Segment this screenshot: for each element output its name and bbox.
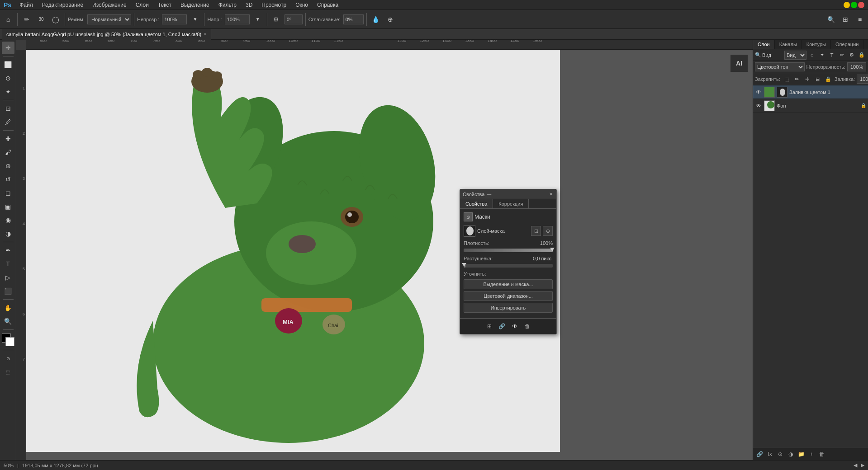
background-color[interactable]: [5, 337, 14, 346]
tab-actions[interactable]: Операции: [831, 40, 863, 49]
menu-filter[interactable]: Фильтр: [215, 1, 240, 9]
crop-tool[interactable]: ⊡: [2, 102, 14, 115]
layer-visibility-bg[interactable]: 👁: [755, 102, 762, 109]
opacity-input[interactable]: [162, 14, 187, 24]
props-link-button[interactable]: 🔗: [497, 321, 507, 331]
layer-tool-4[interactable]: ⚙: [847, 51, 856, 60]
add-mask-button[interactable]: ⊙: [776, 450, 785, 459]
mode-select[interactable]: Нормальный: [87, 14, 131, 24]
menu-layers[interactable]: Слои: [132, 1, 152, 9]
blur-tool[interactable]: ◉: [2, 214, 14, 226]
tab-history[interactable]: История: [863, 40, 868, 49]
airbrush-button[interactable]: 💧: [370, 13, 382, 26]
blend-input[interactable]: [343, 14, 364, 24]
menu-text[interactable]: Текст: [154, 1, 175, 9]
menu-edit[interactable]: Редактирование: [38, 1, 87, 9]
screen-mode-button[interactable]: ⬚: [2, 366, 14, 378]
quick-mask-toggle[interactable]: ⊙: [2, 352, 14, 365]
tab-layers[interactable]: Слои: [753, 40, 775, 49]
menu-help[interactable]: Справка: [313, 1, 342, 9]
menu-select[interactable]: Выделение: [177, 1, 213, 9]
shape-tool[interactable]: ⬛: [2, 285, 14, 297]
clone-stamp-tool[interactable]: ⊕: [2, 160, 14, 172]
pen-tool[interactable]: ✒: [2, 244, 14, 257]
layer-item-background[interactable]: 👁 Фон 🔒: [753, 99, 868, 113]
history-brush-tool[interactable]: ↺: [2, 173, 14, 186]
brush-tool[interactable]: 🖌: [2, 146, 14, 159]
workspace-button[interactable]: ≡: [854, 13, 866, 26]
settings-button[interactable]: ⚙: [270, 13, 283, 26]
menu-window[interactable]: Окно: [292, 1, 312, 9]
feather-slider[interactable]: [464, 264, 553, 268]
opacity-options-button[interactable]: ▼: [189, 13, 201, 26]
menu-3d[interactable]: 3D: [242, 1, 256, 9]
tab-properties[interactable]: Свойства: [460, 199, 493, 208]
gradient-tool[interactable]: ▣: [2, 200, 14, 213]
properties-collapse-button[interactable]: —: [486, 192, 492, 197]
mask-option-2-button[interactable]: ⊕: [543, 226, 553, 236]
layer-tool-3[interactable]: ✏: [837, 51, 846, 60]
eyedropper-tool[interactable]: 🖊: [2, 116, 14, 128]
healing-tool[interactable]: ✚: [2, 132, 14, 145]
new-fill-layer-button[interactable]: ◑: [786, 450, 795, 459]
mask-option-1-button[interactable]: ⊡: [531, 226, 541, 236]
props-eye-button[interactable]: 👁: [510, 321, 520, 331]
layer-item-fill[interactable]: 👁 Заливка цветом 1: [753, 85, 868, 99]
menu-image[interactable]: Изображение: [89, 1, 130, 9]
lock-artboard-button[interactable]: ⊟: [813, 75, 822, 84]
hand-tool[interactable]: ✋: [2, 301, 14, 314]
brush-size-button[interactable]: 30: [35, 13, 47, 26]
layer-tool-5[interactable]: 🔒: [857, 51, 866, 60]
pressure-button[interactable]: ⊕: [384, 13, 397, 26]
menu-file[interactable]: Файл: [16, 1, 37, 9]
maximize-button[interactable]: [851, 2, 857, 8]
dodge-tool[interactable]: ◑: [2, 227, 14, 240]
document-tab[interactable]: camylla-battani-AoqgGAqrLpU-unsplash.jpg…: [2, 29, 211, 40]
arrange-button[interactable]: ⊞: [839, 13, 852, 26]
home-button[interactable]: ⌂: [2, 13, 14, 26]
rectangle-select-tool[interactable]: ⬜: [2, 58, 14, 71]
brush-tool-button[interactable]: ✏: [20, 13, 33, 26]
layer-visibility-fill[interactable]: 👁: [755, 89, 762, 96]
search-filter-select[interactable]: Вид: [784, 51, 806, 60]
add-fx-button[interactable]: fx: [765, 450, 774, 459]
tab-close-button[interactable]: ×: [204, 32, 206, 37]
brush-hardness-button[interactable]: ◯: [49, 13, 62, 26]
lock-position-button[interactable]: ✛: [803, 75, 812, 84]
blending-mode-select[interactable]: Цветовой тон: [755, 62, 805, 71]
lock-all-button[interactable]: 🔒: [824, 75, 833, 84]
layer-filter-toggle[interactable]: ○: [807, 51, 816, 60]
new-layer-button[interactable]: +: [807, 450, 816, 459]
text-tool[interactable]: T: [2, 258, 14, 270]
size-input[interactable]: [225, 14, 250, 24]
menu-view[interactable]: Просмотр: [258, 1, 290, 9]
feather-slider-thumb[interactable]: [462, 263, 466, 267]
invert-button[interactable]: Инвертировать: [464, 303, 553, 313]
angle-input[interactable]: [285, 14, 303, 24]
layer-opacity-input[interactable]: [847, 62, 866, 71]
tab-paths[interactable]: Контуры: [802, 40, 831, 49]
move-tool[interactable]: ✛: [2, 42, 14, 54]
lasso-tool[interactable]: ⊙: [2, 72, 14, 85]
lock-image-button[interactable]: ✏: [792, 75, 802, 84]
tab-channels[interactable]: Каналы: [775, 40, 802, 49]
add-link-button[interactable]: 🔗: [755, 450, 764, 459]
zoom-tool[interactable]: 🔍: [2, 315, 14, 328]
search-button[interactable]: 🔍: [825, 13, 837, 26]
eraser-tool[interactable]: ◻: [2, 187, 14, 199]
props-delete-button[interactable]: 🗑: [522, 321, 532, 331]
path-select-tool[interactable]: ▷: [2, 271, 14, 284]
layer-tool-2[interactable]: T: [827, 51, 836, 60]
nav-arrow-right[interactable]: ▶: [861, 462, 864, 468]
minimize-button[interactable]: [844, 2, 850, 8]
color-range-button[interactable]: Цветовой диапазон...: [464, 291, 553, 301]
props-grid-button[interactable]: ⊞: [484, 321, 494, 331]
close-button[interactable]: [858, 2, 864, 8]
nav-arrow-left[interactable]: ◀: [854, 462, 857, 468]
delete-layer-button[interactable]: 🗑: [817, 450, 826, 459]
layer-tool-1[interactable]: ✦: [817, 51, 826, 60]
tab-correction[interactable]: Коррекция: [493, 199, 529, 208]
size-options-button[interactable]: ▼: [251, 13, 264, 26]
properties-close-button[interactable]: ✕: [548, 192, 554, 197]
lock-transparent-button[interactable]: ⬚: [782, 75, 791, 84]
